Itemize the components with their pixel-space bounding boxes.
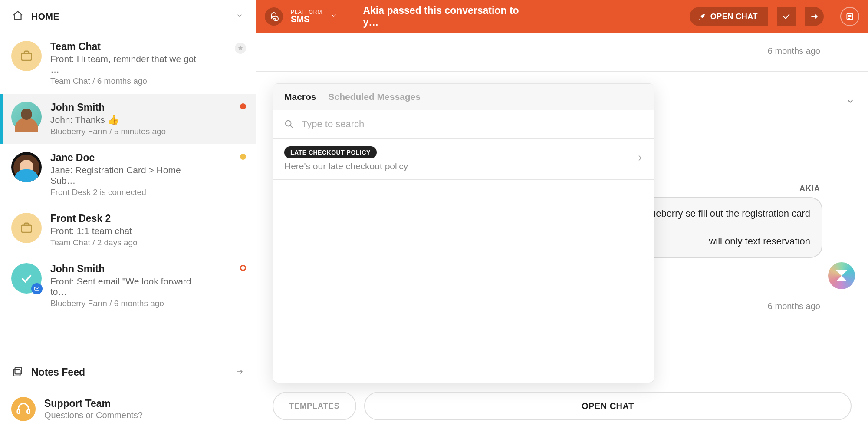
item-meta: Front Desk 2 is connected	[50, 188, 231, 197]
macro-name: LATE CHECKOUT POLICY	[284, 146, 377, 158]
item-title: John Smith	[50, 102, 231, 113]
message-timestamp: 6 months ago	[768, 301, 820, 311]
platform-value: SMS	[291, 14, 322, 24]
support-title: Support Team	[44, 398, 143, 409]
item-preview: Front: Sent email "We look forward to…	[50, 276, 202, 297]
notes-icon	[12, 366, 23, 379]
chevron-down-icon[interactable]	[845, 96, 855, 108]
details-button[interactable]	[840, 7, 859, 26]
chat-bubbles-icon	[265, 7, 283, 26]
item-title: Team Chat	[50, 41, 226, 53]
check-icon	[11, 263, 42, 294]
chevron-down-icon[interactable]	[236, 12, 243, 21]
search-input[interactable]	[301, 118, 643, 130]
item-title: Front Desk 2	[50, 213, 246, 224]
notes-feed-button[interactable]: Notes Feed	[0, 356, 256, 389]
sidebar-header: HOME	[0, 0, 256, 33]
open-chat-field[interactable]: OPEN CHAT	[364, 392, 852, 420]
item-meta: Blueberry Farm / 6 months ago	[50, 299, 231, 308]
svg-rect-1	[22, 225, 32, 232]
divider	[256, 71, 868, 72]
macro-item[interactable]: LATE CHECKOUT POLICY Here's our late che…	[273, 139, 654, 180]
briefcase-icon	[11, 41, 42, 71]
item-meta: Team Chat / 6 months ago	[50, 76, 226, 86]
item-preview: John: Thanks 👍	[50, 115, 202, 125]
svg-point-14	[286, 121, 291, 126]
item-preview: Front: Hi team, reminder that we got …	[50, 54, 202, 75]
briefcase-icon	[11, 213, 42, 243]
search-icon	[284, 119, 294, 129]
arrow-right-icon	[633, 153, 643, 165]
akia-avatar	[828, 262, 855, 289]
notes-label: Notes Feed	[31, 366, 85, 378]
feather-icon	[698, 13, 706, 20]
svg-rect-6	[17, 409, 20, 413]
svg-rect-7	[27, 409, 30, 413]
conversation-title: Akia passed this conversation to y…	[363, 5, 528, 28]
forward-button[interactable]	[805, 7, 824, 26]
status-dot	[240, 103, 246, 109]
main: PLATFORM SMS Akia passed this conversati…	[256, 0, 868, 429]
list-item[interactable]: John Smith John: Thanks 👍 Blueberry Farm…	[0, 94, 256, 144]
status-dot	[240, 154, 246, 160]
svg-line-15	[290, 125, 293, 128]
home-label: HOME	[31, 11, 59, 22]
support-subtitle: Questions or Comments?	[44, 410, 143, 420]
macro-desc: Here's our late checkout policy	[284, 161, 408, 172]
chat-area: 6 months ago AKIA to your arrival today …	[256, 33, 868, 429]
confirm-button[interactable]	[777, 7, 796, 26]
message-timestamp: 6 months ago	[768, 46, 820, 56]
avatar	[11, 102, 42, 132]
templates-button[interactable]: TEMPLATES	[273, 392, 356, 420]
chevron-down-icon[interactable]	[330, 12, 338, 21]
svg-rect-0	[22, 53, 32, 60]
sender-label: AKIA	[799, 184, 820, 193]
templates-panel: Macros Scheduled Messages LATE CHECKOUT …	[273, 83, 654, 383]
item-preview: Jane: Registration Card > Home Sub…	[50, 165, 202, 186]
conversation-list: Team Chat Front: Hi team, reminder that …	[0, 33, 256, 356]
avatar	[11, 152, 42, 182]
panel-search	[273, 110, 654, 139]
list-item[interactable]: Front Desk 2 Front: 1:1 team chat Team C…	[0, 205, 256, 255]
topbar: PLATFORM SMS Akia passed this conversati…	[256, 0, 868, 33]
sidebar: HOME Team Chat Front: Hi team, reminder …	[0, 0, 256, 429]
tab-macros[interactable]: Macros	[284, 92, 316, 102]
item-title: Jane Doe	[50, 152, 231, 164]
headset-icon	[11, 397, 36, 421]
home-icon	[12, 10, 23, 23]
item-preview: Front: 1:1 team chat	[50, 226, 202, 236]
pin-icon[interactable]	[235, 43, 246, 54]
arrow-right-icon	[236, 368, 243, 377]
list-item[interactable]: Jane Doe Jane: Registration Card > Home …	[0, 144, 256, 205]
status-dot	[240, 265, 246, 271]
item-meta: Team Chat / 2 days ago	[50, 238, 246, 248]
item-title: John Smith	[50, 263, 231, 275]
item-meta: Blueberry Farm / 5 minutes ago	[50, 127, 231, 136]
platform-selector[interactable]: PLATFORM SMS	[291, 9, 322, 24]
platform-label: PLATFORM	[291, 9, 322, 15]
bottom-bar: TEMPLATES OPEN CHAT	[256, 392, 868, 420]
support-team-button[interactable]: Support Team Questions or Comments?	[0, 389, 256, 429]
mail-icon	[31, 283, 43, 294]
list-item[interactable]: John Smith Front: Sent email "We look fo…	[0, 255, 256, 316]
svg-line-8	[699, 16, 702, 20]
open-chat-label: OPEN CHAT	[710, 12, 758, 21]
open-chat-button[interactable]: OPEN CHAT	[690, 7, 768, 26]
tab-scheduled[interactable]: Scheduled Messages	[329, 92, 421, 102]
panel-tabs: Macros Scheduled Messages	[273, 84, 654, 110]
list-item[interactable]: Team Chat Front: Hi team, reminder that …	[0, 33, 256, 94]
